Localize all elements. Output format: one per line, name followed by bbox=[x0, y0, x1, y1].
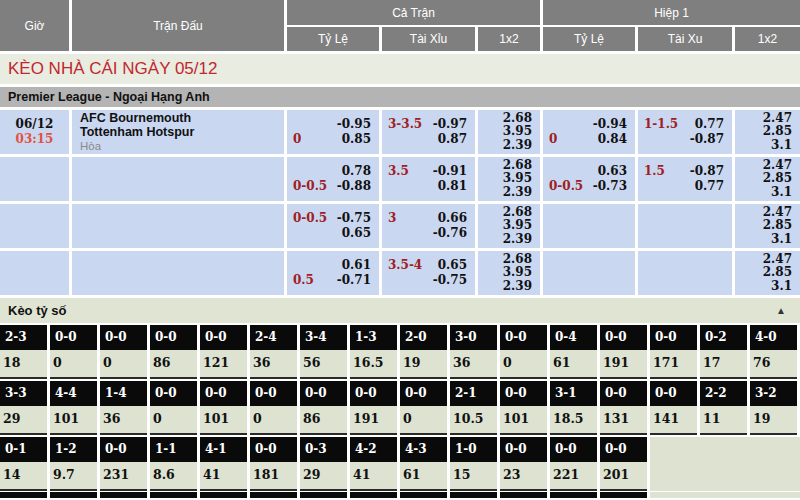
score-odds-column[interactable]: 0-0 0 bbox=[250, 381, 297, 435]
score-odds-column[interactable]: 3-3 29 bbox=[0, 381, 47, 435]
first-half-handicap-cell[interactable]: 0.63 0-0.5-0.73 bbox=[543, 157, 635, 201]
full-time-handicap-cell[interactable]: 0-0.5-0.75 0.65 bbox=[287, 204, 379, 248]
score-odds-value[interactable]: 18.5 bbox=[550, 406, 597, 435]
match-teams-cell[interactable]: AFC Bournemouth Tottenham Hotspur Hòa bbox=[72, 110, 284, 154]
odds-value[interactable]: 0.66 bbox=[438, 211, 467, 226]
full-time-over-under-cell[interactable]: 3.5-40.65 -0.75 bbox=[382, 251, 475, 295]
full-time-1x2-cell[interactable]: 2.68 3.95 2.39 bbox=[478, 204, 540, 248]
away-win-odds[interactable]: 3.1 bbox=[771, 139, 792, 153]
draw-odds[interactable]: 2.85 bbox=[763, 219, 792, 233]
home-win-odds[interactable]: 2.68 bbox=[503, 112, 532, 126]
score-odds-column[interactable]: 4-4 101 bbox=[50, 381, 97, 435]
full-time-handicap-cell[interactable]: -0.95 00.85 bbox=[287, 110, 379, 154]
score-odds-value[interactable]: 10.5 bbox=[450, 406, 497, 435]
score-odds-column[interactable]: 1-3 16.5 bbox=[350, 325, 397, 379]
away-win-odds[interactable]: 3.1 bbox=[771, 186, 792, 200]
odds-value[interactable]: 0.85 bbox=[342, 132, 371, 147]
away-win-odds[interactable]: 2.39 bbox=[503, 139, 532, 153]
score-odds-value[interactable]: 221 bbox=[550, 462, 597, 491]
match-teams-cell[interactable] bbox=[72, 204, 284, 248]
score-odds-value[interactable]: 36 bbox=[450, 350, 497, 379]
first-half-handicap-cell[interactable] bbox=[543, 204, 635, 248]
score-odds-value[interactable]: 101 bbox=[200, 406, 247, 435]
home-win-odds[interactable]: 2.47 bbox=[763, 159, 792, 173]
score-odds-column[interactable]: 0-0 231 bbox=[100, 437, 147, 491]
score-odds-column[interactable]: 0-2 17 bbox=[700, 325, 747, 379]
score-odds-value[interactable]: 191 bbox=[350, 406, 397, 435]
score-odds-value[interactable]: 19 bbox=[400, 350, 447, 379]
away-win-odds[interactable]: 2.39 bbox=[503, 186, 532, 200]
odds-value[interactable]: -0.87 bbox=[690, 164, 724, 179]
score-odds-value[interactable]: 101 bbox=[500, 406, 547, 435]
home-win-odds[interactable]: 2.47 bbox=[763, 112, 792, 126]
first-half-handicap-cell[interactable] bbox=[543, 251, 635, 295]
first-half-over-under-cell[interactable]: 1.5-0.87 0.77 bbox=[638, 157, 732, 201]
score-odds-column[interactable]: 2-4 36 bbox=[250, 325, 297, 379]
first-half-1x2-cell[interactable]: 2.47 2.85 3.1 bbox=[735, 157, 800, 201]
odds-value[interactable]: 0.84 bbox=[598, 132, 627, 147]
score-odds-value[interactable]: 0 bbox=[150, 406, 197, 435]
match-teams-cell[interactable] bbox=[72, 157, 284, 201]
away-win-odds[interactable]: 2.39 bbox=[503, 233, 532, 247]
home-win-odds[interactable]: 2.68 bbox=[503, 159, 532, 173]
score-odds-value[interactable]: 181 bbox=[250, 462, 297, 491]
full-time-1x2-cell[interactable]: 2.68 3.95 2.39 bbox=[478, 157, 540, 201]
score-odds-column[interactable]: 3-0 36 bbox=[450, 325, 497, 379]
score-odds-column[interactable]: 0-0 0 bbox=[400, 381, 447, 435]
score-odds-column[interactable]: 0-0 221 bbox=[550, 437, 597, 491]
score-odds-column[interactable]: 3-1 18.5 bbox=[550, 381, 597, 435]
score-odds-value[interactable]: 19 bbox=[750, 406, 797, 435]
odds-value[interactable]: 0.63 bbox=[598, 164, 627, 179]
home-win-odds[interactable]: 2.68 bbox=[503, 253, 532, 267]
score-odds-column[interactable]: 1-1 8.6 bbox=[150, 437, 197, 491]
score-odds-column[interactable]: 0-4 61 bbox=[550, 325, 597, 379]
score-odds-value[interactable]: 23 bbox=[500, 462, 547, 491]
score-odds-column[interactable]: 0-0 101 bbox=[200, 381, 247, 435]
home-win-odds[interactable]: 2.47 bbox=[763, 253, 792, 267]
odds-value[interactable]: 0.78 bbox=[342, 164, 371, 179]
odds-value[interactable]: 0.77 bbox=[695, 179, 724, 194]
score-odds-value[interactable]: 61 bbox=[550, 350, 597, 379]
first-half-1x2-cell[interactable]: 2.47 2.85 3.1 bbox=[735, 204, 800, 248]
odds-value[interactable]: 0.77 bbox=[695, 117, 724, 132]
score-odds-value[interactable]: 17 bbox=[700, 350, 747, 379]
score-odds-value[interactable]: 11 bbox=[700, 406, 747, 435]
score-odds-column[interactable]: 0-3 29 bbox=[300, 437, 347, 491]
odds-value[interactable]: 0.81 bbox=[438, 179, 467, 194]
odds-value[interactable]: -0.94 bbox=[593, 117, 627, 132]
score-odds-value[interactable]: 9.7 bbox=[50, 462, 97, 491]
score-odds-column[interactable]: 0-0 131 bbox=[600, 381, 647, 435]
score-odds-column[interactable]: 0-0 201 bbox=[600, 437, 647, 491]
odds-value[interactable]: -0.75 bbox=[337, 211, 371, 226]
score-odds-column[interactable]: 0-0 86 bbox=[150, 325, 197, 379]
first-half-1x2-cell[interactable]: 2.47 2.85 3.1 bbox=[735, 251, 800, 295]
score-odds-column[interactable]: 0-0 101 bbox=[500, 381, 547, 435]
score-odds-column[interactable]: 4-3 61 bbox=[400, 437, 447, 491]
odds-value[interactable]: 0.65 bbox=[438, 258, 467, 273]
score-odds-column[interactable]: 0-0 141 bbox=[650, 381, 697, 435]
odds-value[interactable]: 0.65 bbox=[342, 226, 371, 241]
full-time-handicap-cell[interactable]: 0.78 0-0.5-0.88 bbox=[287, 157, 379, 201]
score-odds-value[interactable]: 41 bbox=[350, 462, 397, 491]
home-win-odds[interactable]: 2.68 bbox=[503, 206, 532, 220]
score-odds-column[interactable]: 0-0 86 bbox=[300, 381, 347, 435]
score-odds-value[interactable]: 36 bbox=[100, 406, 147, 435]
draw-odds[interactable]: 2.85 bbox=[763, 172, 792, 186]
odds-value[interactable]: -0.95 bbox=[337, 117, 371, 132]
score-odds-column[interactable]: 0-0 121 bbox=[200, 325, 247, 379]
score-odds-column[interactable]: 2-2 11 bbox=[700, 381, 747, 435]
first-half-over-under-cell[interactable] bbox=[638, 251, 732, 295]
score-odds-value[interactable]: 131 bbox=[600, 406, 647, 435]
score-odds-value[interactable]: 14 bbox=[0, 462, 47, 491]
score-odds-value[interactable]: 36 bbox=[250, 350, 297, 379]
score-odds-column[interactable]: 0-0 0 bbox=[150, 381, 197, 435]
score-odds-column[interactable]: 2-1 10.5 bbox=[450, 381, 497, 435]
full-time-over-under-cell[interactable]: 3-3.5-0.97 0.87 bbox=[382, 110, 475, 154]
score-odds-value[interactable]: 76 bbox=[750, 350, 797, 379]
match-teams-cell[interactable] bbox=[72, 251, 284, 295]
score-odds-column[interactable]: 1-4 36 bbox=[100, 381, 147, 435]
full-time-over-under-cell[interactable]: 3.5-0.91 0.81 bbox=[382, 157, 475, 201]
score-odds-column[interactable]: 0-0 0 bbox=[500, 325, 547, 379]
score-odds-value[interactable]: 29 bbox=[0, 406, 47, 435]
away-win-odds[interactable]: 3.1 bbox=[771, 233, 792, 247]
